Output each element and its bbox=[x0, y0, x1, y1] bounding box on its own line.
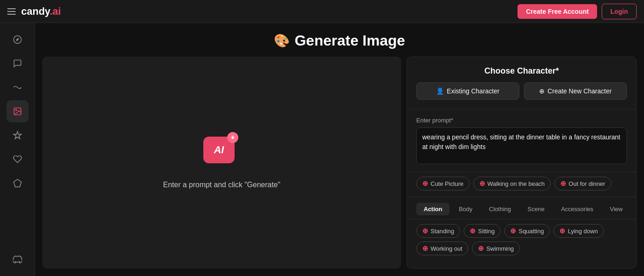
choose-character-section: Choose Character* 👤 Existing Character ⊕… bbox=[407, 57, 636, 109]
chip-plus-icon: ⊕ bbox=[510, 227, 516, 235]
create-account-button[interactable]: Create Free Account bbox=[518, 4, 597, 19]
chip-swimming[interactable]: ⊕ Swimming bbox=[472, 242, 520, 255]
logo: candy.ai bbox=[21, 6, 61, 17]
tab-action[interactable]: Action bbox=[416, 203, 449, 215]
ai-icon-container: AI Enter a prompt and click "Generate" bbox=[163, 137, 280, 189]
logo-candy: candy bbox=[21, 6, 50, 17]
chip-plus-icon: ⊕ bbox=[422, 227, 428, 235]
content-area: 🎨 Generate Image AI bbox=[35, 23, 644, 276]
two-column-layout: AI Enter a prompt and click "Generate" C… bbox=[35, 57, 644, 276]
plus-circle-icon: ⊕ bbox=[539, 87, 545, 95]
header: candy.ai Create Free Account Login bbox=[0, 0, 644, 23]
generate-prompt-text: Enter a prompt and click "Generate" bbox=[163, 181, 280, 189]
chip-plus-icon: ⊕ bbox=[560, 179, 566, 188]
sidebar-item-heart[interactable] bbox=[6, 148, 29, 170]
sidebar-item-chat[interactable] bbox=[6, 52, 29, 75]
chip-working-out[interactable]: ⊕ Working out bbox=[416, 242, 468, 255]
svg-marker-4 bbox=[13, 179, 21, 187]
chip-lying-down[interactable]: ⊕ Lying down bbox=[553, 224, 604, 238]
create-character-button[interactable]: ⊕ Create New Character bbox=[524, 82, 627, 100]
sidebar-item-gem[interactable] bbox=[6, 172, 29, 194]
ai-icon: AI bbox=[203, 137, 240, 173]
sidebar-item-discord[interactable] bbox=[6, 248, 29, 270]
sidebar-item-sparkle[interactable] bbox=[6, 124, 29, 146]
chip-plus-icon: ⊕ bbox=[422, 179, 428, 188]
ai-text: AI bbox=[214, 144, 224, 156]
header-left: candy.ai bbox=[7, 6, 61, 17]
sidebar bbox=[0, 23, 35, 276]
right-panel: Choose Character* 👤 Existing Character ⊕… bbox=[407, 57, 637, 269]
prompt-section: Enter prompt* bbox=[407, 109, 636, 172]
page-title-bar: 🎨 Generate Image bbox=[35, 23, 644, 57]
character-buttons: 👤 Existing Character ⊕ Create New Charac… bbox=[416, 82, 627, 100]
left-panel: AI Enter a prompt and click "Generate" bbox=[42, 57, 401, 269]
chip-walking-beach[interactable]: ⊕ Walking on the beach bbox=[473, 177, 551, 190]
logo-ai: ai bbox=[52, 6, 61, 17]
tab-accessories[interactable]: Accessories bbox=[554, 203, 601, 215]
hamburger-menu[interactable] bbox=[7, 8, 16, 15]
svg-marker-1 bbox=[16, 38, 19, 41]
svg-point-3 bbox=[15, 109, 17, 111]
sidebar-item-explore[interactable] bbox=[6, 29, 29, 51]
page-title-icon: 🎨 bbox=[274, 33, 290, 48]
tabs-section: Action Body Clothing Scene Accessories V… bbox=[407, 197, 636, 219]
tab-scene[interactable]: Scene bbox=[520, 203, 552, 215]
chip-plus-icon: ⊕ bbox=[478, 244, 484, 253]
sidebar-bottom bbox=[6, 248, 29, 270]
chip-standing[interactable]: ⊕ Standing bbox=[416, 224, 460, 238]
prompt-input[interactable] bbox=[416, 127, 627, 164]
chip-plus-icon: ⊕ bbox=[422, 244, 428, 253]
tab-body[interactable]: Body bbox=[451, 203, 480, 215]
chip-plus-icon: ⊕ bbox=[470, 227, 476, 235]
suggestion-chips: ⊕ Cute Picture ⊕ Walking on the beach ⊕ … bbox=[407, 172, 636, 197]
login-button[interactable]: Login bbox=[602, 4, 637, 19]
action-chips: ⊕ Standing ⊕ Sitting ⊕ Squatting ⊕ Lying… bbox=[407, 219, 636, 260]
page-title: Generate Image bbox=[294, 32, 405, 49]
chip-plus-icon: ⊕ bbox=[559, 227, 565, 235]
tab-clothing[interactable]: Clothing bbox=[482, 203, 518, 215]
existing-character-button[interactable]: 👤 Existing Character bbox=[416, 82, 519, 100]
chip-sitting[interactable]: ⊕ Sitting bbox=[464, 224, 500, 238]
chip-cute-picture[interactable]: ⊕ Cute Picture bbox=[416, 177, 470, 190]
chip-plus-icon: ⊕ bbox=[479, 179, 485, 188]
chip-squatting[interactable]: ⊕ Squatting bbox=[504, 224, 550, 238]
header-right: Create Free Account Login bbox=[518, 4, 637, 19]
user-icon: 👤 bbox=[436, 87, 444, 95]
tab-view[interactable]: View bbox=[603, 203, 630, 215]
sidebar-item-waves[interactable] bbox=[6, 76, 29, 98]
tabs: Action Body Clothing Scene Accessories V… bbox=[416, 203, 627, 215]
chip-out-for-dinner[interactable]: ⊕ Out for dinner bbox=[554, 177, 611, 190]
main-layout: 🎨 Generate Image AI bbox=[0, 23, 644, 276]
sidebar-item-generate[interactable] bbox=[6, 100, 29, 122]
prompt-label: Enter prompt* bbox=[416, 117, 627, 124]
choose-character-title: Choose Character* bbox=[416, 66, 627, 76]
